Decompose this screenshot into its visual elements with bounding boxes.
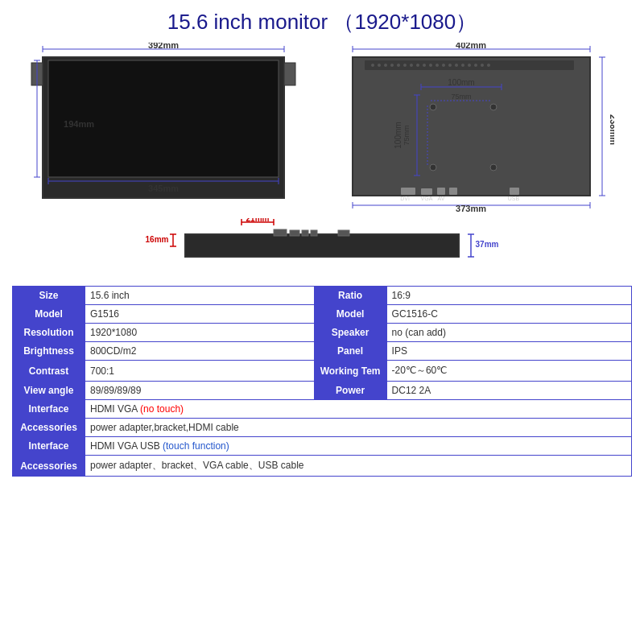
- spec-label-size: Size: [13, 287, 85, 305]
- svg-point-33: [416, 64, 419, 67]
- svg-point-38: [448, 64, 452, 67]
- svg-rect-76: [290, 230, 299, 236]
- svg-point-32: [410, 64, 413, 67]
- spec-value-interface-1: HDMI VGA (no touch): [85, 400, 632, 419]
- spec-value-model-l: G1516: [85, 305, 315, 324]
- svg-point-35: [429, 64, 432, 67]
- front-diagram: 392mm 345mm 194mm: [31, 43, 296, 215]
- spec-value-size: 15.6 inch: [85, 287, 315, 305]
- svg-text:DVI: DVI: [400, 196, 410, 201]
- svg-point-30: [397, 64, 400, 67]
- svg-text:USB: USB: [507, 196, 519, 201]
- svg-point-26: [371, 64, 374, 67]
- spec-value-ratio: 16:9: [386, 287, 631, 305]
- svg-text:373mm: 373mm: [456, 204, 486, 212]
- svg-point-42: [474, 64, 477, 67]
- svg-text:100mm: 100mm: [394, 122, 402, 148]
- spec-value-resolution: 1920*1080: [85, 324, 315, 342]
- spec-value-accessories-2: power adapter、bracket、VGA cable、USB cabl…: [85, 456, 632, 477]
- spec-label-accessories-2: Accessories: [13, 456, 85, 477]
- svg-rect-78: [311, 230, 317, 236]
- svg-text:AV: AV: [437, 196, 444, 201]
- page-title: 15.6 inch monitor （1920*1080）: [167, 8, 477, 36]
- svg-rect-79: [338, 230, 349, 236]
- spec-label-interface-1: Interface: [13, 400, 85, 419]
- spec-label-speaker: Speaker: [314, 324, 386, 342]
- svg-text:238mm: 238mm: [609, 114, 614, 145]
- spec-label-model-l: Model: [13, 305, 85, 324]
- svg-point-41: [468, 64, 471, 67]
- spec-value-speaker: no (can add): [386, 324, 631, 342]
- svg-text:75mm: 75mm: [402, 125, 411, 145]
- svg-point-29: [390, 64, 394, 67]
- spec-label-interface-2: Interface: [13, 437, 85, 456]
- svg-point-37: [442, 64, 445, 67]
- side-diagram: 21mm 16mm 37mm: [12, 218, 632, 275]
- svg-point-40: [461, 64, 464, 67]
- spec-value-accessories-1: power adapter,bracket,HDMI cable: [85, 419, 632, 437]
- svg-rect-61: [401, 188, 415, 195]
- spec-value-view-angle: 89/89/89/89: [85, 382, 315, 400]
- touch-function-label: (touch function): [163, 440, 229, 452]
- svg-point-36: [436, 64, 439, 67]
- svg-text:345mm: 345mm: [148, 184, 179, 193]
- spec-value-power: DC12 2A: [386, 382, 631, 400]
- spec-label-brightness: Brightness: [13, 342, 85, 361]
- svg-text:75mm: 75mm: [451, 93, 471, 101]
- spec-label-resolution: Resolution: [13, 324, 85, 342]
- svg-point-59: [430, 164, 436, 171]
- svg-text:194mm: 194mm: [64, 119, 94, 129]
- svg-point-60: [490, 164, 497, 171]
- spec-label-power: Power: [314, 382, 386, 400]
- spec-label-working-tem: Working Tem: [314, 361, 386, 382]
- svg-text:37mm: 37mm: [476, 240, 499, 249]
- spec-label-ratio: Ratio: [314, 287, 386, 305]
- svg-text:VGA: VGA: [420, 196, 432, 201]
- svg-rect-62: [421, 188, 432, 195]
- svg-rect-74: [185, 234, 459, 257]
- spec-value-interface-2: HDMI VGA USB (touch function): [85, 437, 632, 456]
- svg-rect-64: [449, 188, 457, 195]
- spec-value-working-tem: -20℃～60℃: [386, 361, 631, 382]
- svg-point-57: [430, 104, 436, 110]
- svg-rect-77: [302, 230, 308, 236]
- svg-text:16mm: 16mm: [146, 235, 169, 244]
- svg-text:21mm: 21mm: [246, 218, 270, 223]
- back-diagram: 402mm 238mm: [308, 43, 614, 215]
- svg-rect-65: [510, 188, 519, 195]
- spec-label-view-angle: View angle: [13, 382, 85, 400]
- svg-text:392mm: 392mm: [148, 43, 179, 50]
- svg-point-39: [455, 64, 458, 67]
- svg-point-43: [481, 64, 484, 67]
- svg-point-34: [423, 64, 426, 67]
- svg-rect-63: [437, 188, 445, 195]
- no-touch-label: (no touch): [140, 403, 184, 415]
- spec-label-contrast: Contrast: [13, 361, 85, 382]
- spec-label-panel: Panel: [314, 342, 386, 361]
- spec-label-accessories-1: Accessories: [13, 419, 85, 437]
- svg-point-28: [384, 64, 387, 67]
- svg-rect-75: [274, 229, 287, 236]
- svg-text:100mm: 100mm: [448, 78, 474, 87]
- spec-value-panel: IPS: [386, 342, 631, 361]
- spec-value-brightness: 800CD/m2: [85, 342, 315, 361]
- spec-value-model-r: GC1516-C: [386, 305, 631, 324]
- spec-table: Size 15.6 inch Ratio 16:9 Model G1516 Mo…: [12, 286, 632, 477]
- svg-point-31: [403, 64, 407, 67]
- spec-label-model-r: Model: [314, 305, 386, 324]
- svg-rect-6: [284, 63, 295, 85]
- svg-point-58: [490, 104, 497, 110]
- svg-point-27: [378, 64, 381, 67]
- svg-text:402mm: 402mm: [456, 43, 486, 50]
- svg-point-44: [487, 64, 490, 67]
- spec-value-contrast: 700:1: [85, 361, 315, 382]
